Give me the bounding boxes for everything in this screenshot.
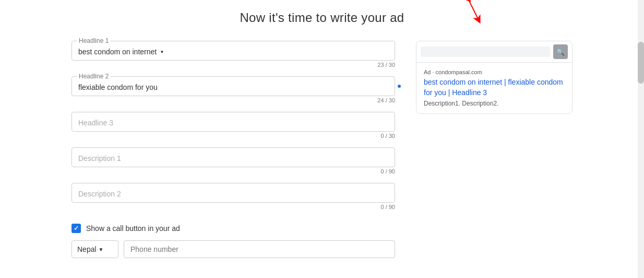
description2-char-count: 0 / 90: [71, 204, 395, 210]
dot-indicator: [398, 85, 401, 88]
description2-group: [71, 183, 395, 203]
preview-title-line2: for you | Headline 3: [424, 88, 487, 97]
call-button-checkbox[interactable]: [71, 224, 81, 233]
headline3-char-count: 0 / 30: [71, 133, 395, 139]
headline1-char-count: 23 / 30: [71, 62, 395, 68]
headline1-wrapper: Headline 1 23 / 30: [71, 41, 395, 72]
phone-row: Nepal ▼: [71, 240, 395, 258]
preview-search-bar: 🔍: [416, 41, 572, 63]
preview-search-input-bar: [421, 47, 550, 57]
description2-wrapper: 0 / 90: [71, 183, 395, 214]
headline2-wrapper: Headline 2 24 / 30: [71, 76, 395, 108]
call-button-label: Show a call button in your ad: [86, 224, 180, 233]
search-icon: 🔍: [556, 48, 565, 56]
preview-ad-label: Ad · condompasal.com: [424, 69, 482, 75]
description2-input[interactable]: [78, 188, 388, 199]
annotation-arrows: W₁: [406, 0, 510, 36]
description1-char-count: 0 / 90: [71, 168, 395, 175]
page-title: Now it's time to write your ad: [240, 10, 404, 25]
preview-search-button: 🔍: [553, 44, 568, 59]
ad-preview-section: 🔍 Ad · condompasal.com best condom on in…: [416, 41, 573, 258]
preview-ad-title: best condom on internet | flexiable cond…: [424, 77, 565, 98]
preview-ad-content: Ad · condompasal.com best condom on inte…: [416, 63, 572, 113]
description1-group: [71, 147, 395, 167]
description1-input[interactable]: [78, 152, 388, 164]
headline3-wrapper: 0 / 30: [71, 112, 395, 143]
scrollbar-thumb[interactable]: [638, 42, 644, 84]
ad-form: Headline 1 23 / 30 Headline 2 24 / 30: [71, 41, 395, 258]
chevron-down-icon: ▼: [99, 247, 104, 252]
preview-title-line1: best condom on internet | flexiable cond…: [424, 78, 563, 86]
scrollbar[interactable]: [638, 0, 644, 278]
headline1-input[interactable]: [78, 45, 388, 57]
description1-wrapper: 0 / 90: [71, 147, 395, 179]
headline3-group: [71, 112, 395, 132]
preview-ad-description: Description1. Description2.: [424, 100, 565, 107]
headline2-char-count: 24 / 30: [71, 97, 395, 103]
headline2-input[interactable]: [78, 81, 388, 92]
preview-ad-tag: Ad · condompasal.com: [424, 69, 565, 75]
call-button-row: Show a call button in your ad: [71, 224, 395, 233]
phone-input[interactable]: [124, 240, 395, 258]
headline2-group: Headline 2: [71, 76, 395, 96]
headline2-label: Headline 2: [77, 73, 110, 80]
headline1-group: Headline 1: [71, 41, 395, 61]
headline1-label: Headline 1: [77, 37, 110, 44]
country-select[interactable]: Nepal ▼: [71, 240, 118, 258]
country-value: Nepal: [77, 245, 97, 253]
headline3-input[interactable]: [78, 117, 388, 128]
ad-preview-box: 🔍 Ad · condompasal.com best condom on in…: [416, 41, 573, 114]
